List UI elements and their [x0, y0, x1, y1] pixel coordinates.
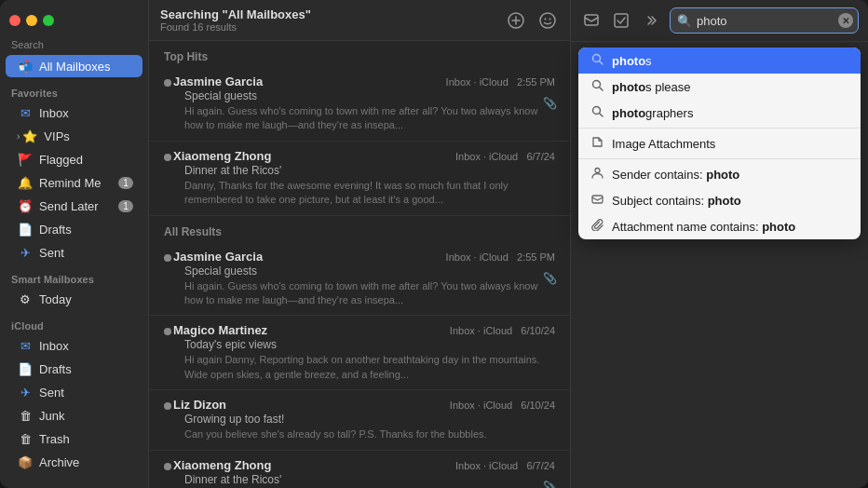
autocomplete-text: photographers	[612, 106, 693, 120]
autocomplete-item-attachment-name[interactable]: Attachment name contains: photo	[578, 213, 861, 239]
sidebar-item-flagged[interactable]: 🚩 Flagged	[6, 148, 142, 170]
email-sender: Liz Dizon	[173, 398, 444, 412]
sidebar-item-icloud-drafts[interactable]: 📄 Drafts	[6, 358, 142, 380]
sidebar-item-today[interactable]: ⚙ Today	[6, 288, 142, 310]
sidebar-item-icloud-junk[interactable]: 🗑 Junk	[6, 404, 142, 427]
email-item[interactable]: Jasmine Garcia Inbox · iCloud 2:55 PM Sp…	[149, 67, 570, 142]
autocomplete-text: Attachment name contains: photo	[612, 220, 795, 234]
search-icon	[590, 53, 604, 68]
sidebar-item-label: Inbox	[39, 106, 133, 120]
toolbar-actions	[505, 9, 559, 32]
search-icon	[590, 105, 604, 120]
icloud-junk-icon: 🗑	[17, 407, 34, 424]
sidebar-item-inbox[interactable]: ✉ Inbox	[6, 102, 142, 124]
unread-indicator	[164, 463, 171, 470]
email-subject: Dinner at the Ricos'	[173, 164, 555, 177]
sidebar-item-label: Today	[39, 292, 133, 306]
today-icon: ⚙	[17, 291, 34, 307]
vip-arrow-icon: ›	[17, 131, 20, 142]
email-preview: Hi again. Guess who's coming to town wit…	[173, 279, 555, 308]
svg-rect-6	[585, 15, 598, 25]
search-clear-button[interactable]: ✕	[838, 13, 853, 28]
maximize-button[interactable]	[43, 15, 54, 26]
autocomplete-item-image-attachments[interactable]: Image Attachments	[578, 130, 861, 156]
email-item[interactable]: Magico Martinez Inbox · iCloud 6/10/24 T…	[149, 316, 570, 390]
email-meta: Inbox · iCloud 2:55 PM	[446, 251, 555, 263]
icloud-drafts-icon: 📄	[17, 360, 34, 377]
sidebar-item-all-mailboxes[interactable]: 📬 All Mailboxes	[6, 55, 142, 77]
sidebar-item-send-later[interactable]: ⏰ Send Later 1	[6, 195, 142, 217]
new-message-button[interactable]	[580, 9, 603, 32]
email-list: Top Hits Jasmine Garcia Inbox · iCloud 2…	[149, 41, 570, 488]
email-subject: Today's epic views	[173, 338, 555, 351]
sidebar-item-label: Trash	[39, 432, 133, 446]
email-subject: Growing up too fast!	[173, 413, 555, 426]
sidebar-item-label: Junk	[39, 409, 133, 423]
sidebar-item-label: Sent	[39, 386, 133, 400]
svg-line-9	[599, 61, 603, 65]
svg-rect-15	[592, 196, 603, 203]
svg-rect-7	[615, 14, 628, 27]
email-meta: Inbox · iCloud 6/10/24	[450, 325, 555, 336]
sidebar-item-icloud-sent[interactable]: ✈ Sent	[6, 381, 142, 403]
top-hits-header: Top Hits	[149, 41, 570, 67]
email-subject: Special guests	[173, 264, 555, 278]
email-sender: Xiaomeng Zhong	[173, 458, 450, 472]
sidebar-item-label: Drafts	[39, 362, 133, 376]
vips-icon: ⭐	[21, 128, 38, 144]
search-subtitle: Found 16 results	[160, 21, 497, 33]
sidebar-item-label: Flagged	[39, 153, 133, 167]
icloud-inbox-icon: ✉	[17, 337, 34, 354]
compose-button[interactable]	[610, 9, 632, 32]
email-item[interactable]: Jasmine Garcia Inbox · iCloud 2:55 PM Sp…	[149, 242, 570, 317]
paperclip-icon	[590, 219, 604, 234]
sidebar-item-sent[interactable]: ✈ Sent	[6, 241, 142, 264]
email-item[interactable]: Xiaomeng Zhong Inbox · iCloud 6/7/24 Din…	[149, 142, 570, 216]
autocomplete-text: photos please	[612, 80, 691, 94]
email-preview: Hi again Danny, Reporting back on anothe…	[173, 353, 555, 382]
unread-indicator	[164, 402, 171, 410]
autocomplete-item-subject-contains[interactable]: Subject contains: photo	[578, 187, 861, 213]
minimize-button[interactable]	[26, 15, 37, 26]
autocomplete-divider	[578, 158, 861, 159]
right-panel: 🔍 ✕ photos	[570, 0, 868, 488]
sidebar-item-drafts[interactable]: 📄 Drafts	[6, 218, 142, 240]
email-meta: Inbox · iCloud 6/10/24	[450, 400, 555, 411]
remind-me-icon: 🔔	[17, 174, 34, 191]
email-preview: Can you believe she's already so tall? P…	[173, 427, 555, 441]
search-input[interactable]	[670, 7, 859, 34]
email-item[interactable]: Liz Dizon Inbox · iCloud 6/10/24 Growing…	[149, 390, 570, 450]
unread-indicator	[164, 254, 171, 262]
autocomplete-item-sender-contains[interactable]: Sender contains: photo	[578, 161, 861, 187]
email-item[interactable]: Xiaomeng Zhong Inbox · iCloud 6/7/24 Din…	[149, 451, 570, 488]
sidebar-item-vips[interactable]: › ⭐ VIPs	[6, 125, 142, 147]
close-button[interactable]	[9, 15, 20, 26]
sidebar-item-remind-me[interactable]: 🔔 Remind Me 1	[6, 171, 142, 194]
svg-point-3	[540, 13, 555, 28]
search-title: Searching "All Mailboxes"	[160, 7, 497, 21]
email-preview: Danny, Thanks for the awesome evening! I…	[173, 179, 555, 208]
email-sender: Magico Martinez	[173, 323, 444, 337]
sidebar-search-label: Search	[11, 39, 137, 50]
autocomplete-text: Image Attachments	[612, 137, 715, 151]
emoji-button[interactable]	[536, 9, 559, 32]
autocomplete-item-photos-please[interactable]: photos please	[578, 74, 861, 100]
chevron-double-button[interactable]	[640, 9, 662, 32]
search-box-container: 🔍 ✕	[670, 7, 859, 34]
attachment-icon	[590, 136, 604, 151]
flagged-icon: 🚩	[17, 151, 34, 168]
sidebar-item-label: All Mailboxes	[39, 60, 133, 74]
sidebar-item-label: Drafts	[39, 223, 133, 237]
autocomplete-item-photographers[interactable]: photographers	[578, 100, 861, 126]
autocomplete-item-photos[interactable]: photos	[578, 47, 861, 74]
attachment-icon: 📎	[543, 481, 557, 488]
attachment-icon: 📎	[543, 97, 557, 110]
sidebar-item-icloud-inbox[interactable]: ✉ Inbox	[6, 334, 142, 357]
email-sender: Xiaomeng Zhong	[173, 149, 450, 163]
sidebar-item-icloud-trash[interactable]: 🗑 Trash	[6, 427, 142, 450]
sidebar-item-label: VIPs	[44, 129, 133, 143]
email-subject: Special guests	[173, 89, 555, 102]
sidebar-item-icloud-archive[interactable]: 📦 Archive	[6, 451, 142, 473]
add-button[interactable]	[505, 9, 527, 32]
smart-mailboxes-label: Smart Mailboxes	[0, 264, 148, 287]
